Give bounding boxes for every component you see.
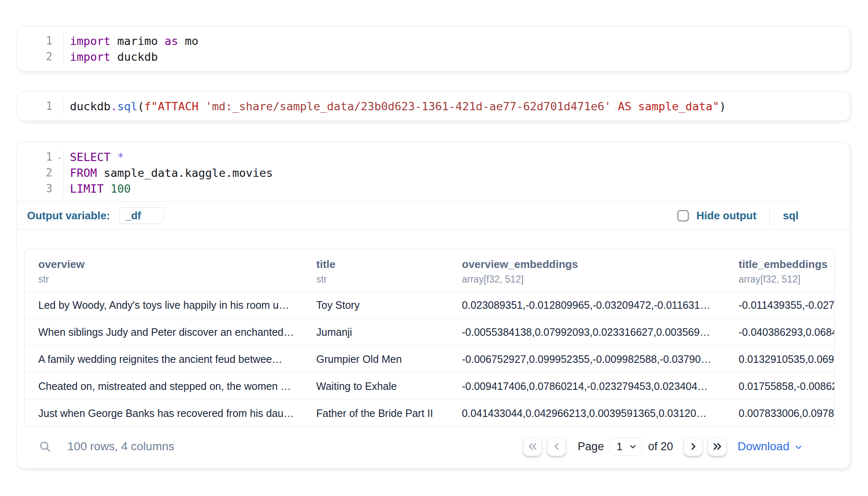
column-dtype: array[f32, 512] — [739, 274, 830, 285]
code-line[interactable]: 1import marimo as mo — [17, 33, 850, 49]
notebook-cell-attach[interactable]: 1duckdb.sql(f"ATTACH 'md:_share/sample_d… — [17, 91, 850, 121]
chevron-left-icon — [551, 441, 562, 452]
line-number: 1⌄ — [17, 149, 64, 165]
table-cell: Cheated on, mistreated and stepped on, t… — [25, 373, 303, 399]
code-text: duckdb.sql(f"ATTACH 'md:_share/sample_da… — [64, 100, 726, 113]
dataframe-table: overviewstrtitlestroverview_embeddingsar… — [24, 249, 835, 427]
row-count-summary: 100 rows, 4 columns — [67, 440, 174, 453]
table-cell: -0.011439355,-0.02752 — [725, 292, 834, 318]
search-icon — [39, 440, 52, 453]
hide-output-checkbox[interactable] — [677, 210, 689, 221]
cell-output-area: overviewstrtitlestroverview_embeddingsar… — [17, 230, 850, 466]
download-button[interactable]: Download — [737, 440, 803, 453]
table-cell: 0.041433044,0.042966213,0.0039591365,0.0… — [448, 400, 725, 427]
output-variable-input[interactable] — [119, 207, 164, 224]
double-chevron-right-icon — [712, 441, 723, 452]
column-name: overview — [38, 258, 298, 271]
table-cell: Waiting to Exhale — [303, 373, 448, 399]
table-cell: -0.009417406,0.07860214,-0.023279453,0.0… — [448, 373, 725, 399]
notebook-cell-sql[interactable]: 1⌄SELECT *2FROM sample_data.kaggle.movie… — [17, 141, 850, 469]
code-line[interactable]: 1⌄SELECT * — [17, 149, 850, 165]
notebook-cell-imports[interactable]: 1import marimo as mo2import duckdb — [17, 26, 850, 72]
table-cell: Father of the Bride Part II — [303, 400, 448, 427]
table-cell: 0.01755858,-0.0086286 — [725, 373, 834, 399]
table-cell: Grumpier Old Men — [303, 346, 448, 372]
code-text: LIMIT 100 — [64, 182, 131, 195]
column-name: overview_embeddings — [462, 258, 721, 271]
table-cell: 0.0132910535,0.06958 — [725, 346, 834, 372]
column-dtype: str — [316, 274, 444, 285]
column-header-title_embeddings[interactable]: title_embeddingsarray[f32, 512] — [725, 249, 834, 291]
chevron-right-icon — [688, 441, 699, 452]
page-label: Page — [578, 440, 604, 453]
line-number: 1 — [17, 33, 64, 49]
table-row[interactable]: Led by Woody, Andy's toys live happily i… — [25, 291, 834, 318]
column-header-overview_embeddings[interactable]: overview_embeddingsarray[f32, 512] — [448, 249, 725, 291]
table-footer: 100 rows, 4 columns Page 1 — [24, 427, 835, 466]
search-button[interactable] — [39, 440, 52, 453]
line-number: 1 — [17, 98, 64, 114]
table-cell: 0.023089351,-0.012809965,-0.03209472,-0.… — [448, 292, 725, 318]
code-editor-attach[interactable]: 1duckdb.sql(f"ATTACH 'md:_share/sample_d… — [17, 98, 850, 114]
table-cell: Toy Story — [303, 292, 448, 318]
last-page-button[interactable] — [708, 437, 727, 456]
pagination: Page 1 of 20 — [523, 437, 803, 456]
code-line[interactable]: 2import duckdb — [17, 49, 850, 64]
page-select[interactable]: 1 — [610, 438, 642, 456]
code-line[interactable]: 3LIMIT 100 — [17, 181, 850, 196]
previous-page-button[interactable] — [547, 437, 566, 456]
chevron-down-icon — [628, 442, 637, 451]
code-editor-sql[interactable]: 1⌄SELECT *2FROM sample_data.kaggle.movie… — [17, 142, 850, 201]
code-text: import marimo as mo — [64, 35, 198, 47]
download-label: Download — [737, 440, 789, 453]
code-text: import duckdb — [64, 50, 158, 63]
table-row[interactable]: Cheated on, mistreated and stepped on, t… — [25, 372, 834, 399]
page-select-value: 1 — [616, 440, 622, 453]
cell-language-badge: sql — [783, 209, 799, 222]
column-header-title[interactable]: titlestr — [303, 249, 448, 291]
table-cell: 0.007833006,0.097801 — [725, 400, 834, 427]
column-dtype: array[f32, 512] — [462, 274, 721, 285]
output-variable-label: Output variable: — [27, 209, 110, 222]
code-line[interactable]: 1duckdb.sql(f"ATTACH 'md:_share/sample_d… — [17, 98, 850, 114]
line-number: 2 — [17, 165, 64, 181]
next-page-button[interactable] — [684, 437, 702, 456]
table-header-row: overviewstrtitlestroverview_embeddingsar… — [25, 249, 834, 291]
table-cell: A family wedding reignites the ancient f… — [25, 346, 303, 372]
table-cell: Jumanji — [303, 319, 448, 345]
page-total-label: of 20 — [648, 440, 673, 453]
code-editor-imports[interactable]: 1import marimo as mo2import duckdb — [17, 33, 850, 64]
fold-chevron-icon[interactable]: ⌄ — [57, 152, 62, 161]
code-text: FROM sample_data.kaggle.movies — [64, 166, 273, 179]
table-cell: -0.040386293,0.068451 — [725, 319, 834, 345]
hide-output-label: Hide output — [697, 209, 756, 222]
vertical-divider — [769, 206, 770, 225]
double-chevron-left-icon — [527, 441, 538, 452]
table-body: Led by Woody, Andy's toys live happily i… — [25, 291, 834, 427]
table-cell: -0.006752927,0.099952355,-0.009982588,-0… — [448, 346, 725, 372]
chevron-down-icon — [794, 443, 803, 451]
column-name: title — [316, 258, 444, 271]
column-dtype: str — [38, 274, 298, 285]
table-cell: When siblings Judy and Peter discover an… — [25, 319, 303, 345]
table-row[interactable]: A family wedding reignites the ancient f… — [25, 345, 834, 372]
line-number: 2 — [17, 49, 64, 64]
column-header-overview[interactable]: overviewstr — [25, 249, 303, 291]
sql-output-bar: Output variable: Hide output sql — [17, 202, 850, 229]
table-cell: -0.0055384138,0.07992093,0.023316627,0.0… — [448, 319, 725, 345]
table-row[interactable]: Just when George Banks has recovered fro… — [25, 399, 834, 427]
line-number: 3 — [17, 181, 64, 196]
table-cell: Led by Woody, Andy's toys live happily i… — [25, 292, 303, 318]
code-text: SELECT * — [64, 151, 124, 164]
table-cell: Just when George Banks has recovered fro… — [25, 400, 303, 427]
code-line[interactable]: 2FROM sample_data.kaggle.movies — [17, 165, 850, 181]
table-row[interactable]: When siblings Judy and Peter discover an… — [25, 318, 834, 345]
column-name: title_embeddings — [739, 258, 830, 271]
first-page-button[interactable] — [523, 437, 542, 456]
